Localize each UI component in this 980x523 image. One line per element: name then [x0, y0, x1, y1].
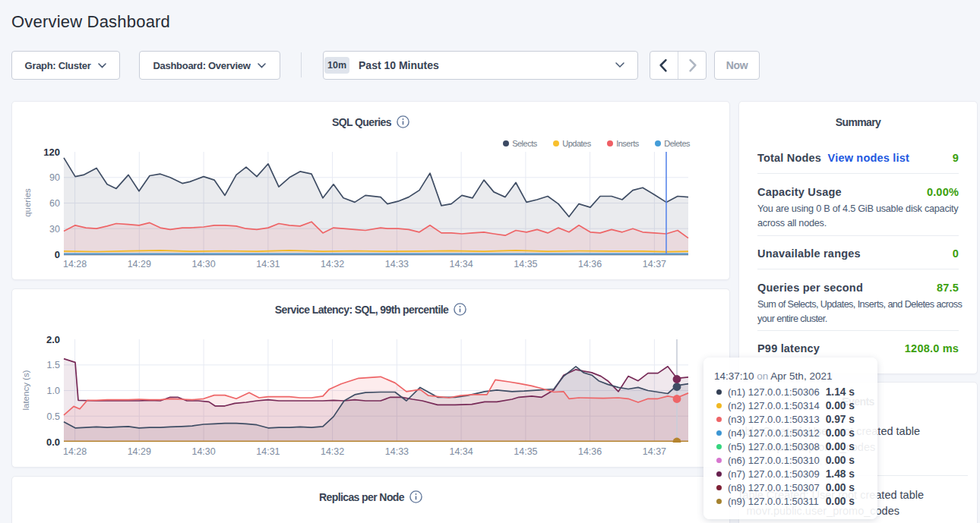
- svg-text:0: 0: [55, 249, 60, 260]
- svg-text:14:37: 14:37: [643, 259, 666, 269]
- svg-text:14:33: 14:33: [385, 446, 409, 457]
- svg-text:14:28: 14:28: [63, 446, 87, 457]
- svg-text:2.0: 2.0: [46, 334, 60, 345]
- svg-text:14:37: 14:37: [643, 446, 666, 457]
- svg-text:14:30: 14:30: [191, 259, 215, 269]
- svg-text:1.5: 1.5: [47, 360, 60, 370]
- svg-text:0.5: 0.5: [47, 411, 60, 422]
- svg-text:14:36: 14:36: [578, 446, 602, 457]
- svg-text:0.0: 0.0: [46, 436, 60, 448]
- svg-text:14:33: 14:33: [385, 259, 409, 269]
- svg-text:120: 120: [43, 147, 60, 158]
- svg-text:14:31: 14:31: [256, 259, 280, 269]
- svg-text:14:29: 14:29: [128, 259, 151, 269]
- svg-text:60: 60: [49, 198, 60, 209]
- svg-text:14:36: 14:36: [578, 259, 602, 269]
- svg-text:90: 90: [49, 172, 60, 183]
- svg-text:14:31: 14:31: [256, 446, 280, 457]
- svg-text:14:28: 14:28: [63, 259, 87, 269]
- svg-text:1.0: 1.0: [47, 386, 60, 396]
- svg-text:14:32: 14:32: [321, 446, 344, 457]
- svg-text:14:34: 14:34: [449, 259, 473, 269]
- svg-text:14:30: 14:30: [191, 446, 215, 457]
- svg-text:14:29: 14:29: [128, 446, 151, 457]
- svg-text:14:32: 14:32: [321, 259, 344, 269]
- svg-text:14:35: 14:35: [514, 259, 537, 269]
- svg-text:30: 30: [49, 224, 60, 235]
- svg-text:14:35: 14:35: [514, 446, 537, 457]
- svg-text:14:34: 14:34: [449, 446, 473, 457]
